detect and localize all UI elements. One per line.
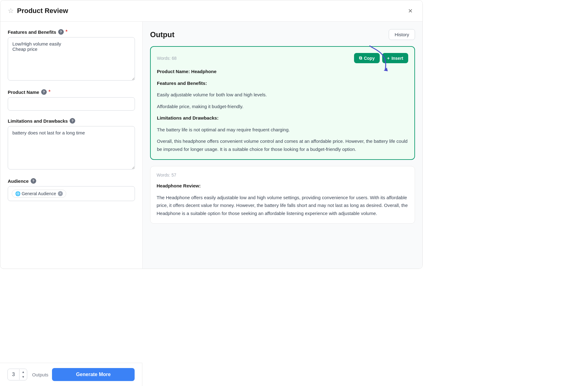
close-button[interactable]: × — [406, 6, 415, 16]
output-header: Output History — [150, 29, 415, 40]
features-required: * — [66, 29, 67, 35]
card-2-meta: Words: 57 — [157, 173, 409, 178]
limitations-label: Limitations and Drawbacks ? — [8, 118, 135, 124]
features-label: Features and Benefits ? * — [8, 29, 135, 35]
card-1-para-2: Features and Benefits: — [157, 79, 408, 87]
app-title: Product Review — [17, 7, 68, 15]
copy-icon: ⧉ — [359, 55, 362, 61]
product-name-field-group: Product Name ? * Headphone — [8, 89, 135, 111]
limitations-textarea[interactable] — [8, 126, 135, 169]
product-name-label: Product Name ? * — [8, 89, 135, 95]
left-panel: Features and Benefits ? * Product Name ?… — [0, 22, 143, 269]
card-1-para-4: Affordable price, making it budget-frien… — [157, 103, 408, 111]
card-2-para-2: The Headphone offers easily adjustable l… — [157, 194, 409, 217]
product-name-required: * — [49, 89, 50, 95]
audience-help-icon[interactable]: ? — [31, 178, 36, 184]
output-title: Output — [150, 30, 175, 39]
audience-label: Audience ? — [8, 178, 135, 184]
output-card-1: Words: 68 ⧉ Copy + Insert Product Name: … — [150, 46, 415, 160]
limitations-field-group: Limitations and Drawbacks ? — [8, 118, 135, 171]
features-help-icon[interactable]: ? — [58, 29, 64, 35]
features-textarea[interactable] — [8, 37, 135, 81]
card-1-content: Product Name: Headphone Features and Ben… — [157, 68, 408, 153]
card-1-para-7: Overall, this headphone offers convenien… — [157, 137, 408, 153]
features-field-group: Features and Benefits ? * — [8, 29, 135, 82]
main-layout: Features and Benefits ? * Product Name ?… — [0, 22, 422, 269]
product-name-help-icon[interactable]: ? — [41, 89, 47, 95]
card-1-para-1: Product Name: Headphone — [157, 68, 408, 76]
audience-field-group: Audience ? 🌐 General Audience × — [8, 178, 135, 201]
product-name-input[interactable]: Headphone — [8, 97, 135, 111]
star-icon: ☆ — [8, 7, 14, 15]
audience-tag-remove[interactable]: × — [58, 191, 63, 196]
card-1-meta: Words: 68 ⧉ Copy + Insert — [157, 53, 408, 63]
limitations-help-icon[interactable]: ? — [70, 118, 75, 124]
history-button[interactable]: History — [389, 29, 415, 40]
header-left: ☆ Product Review — [8, 7, 68, 15]
card-1-para-3: Easily adjustable volume for both low an… — [157, 91, 408, 99]
insert-button[interactable]: + Insert — [382, 53, 408, 63]
insert-icon: + — [387, 56, 390, 61]
card-1-para-6: The battery life is not optimal and may … — [157, 126, 408, 134]
card-2-para-1: Headphone Review: — [157, 182, 409, 190]
card-2-word-count: Words: 57 — [157, 173, 176, 178]
card-1-para-5: Limitations and Drawbacks: — [157, 114, 408, 122]
card-1-word-count: Words: 68 — [157, 56, 177, 61]
right-panel: Output History Words: 68 ⧉ Copy + — [143, 22, 422, 269]
card-2-content: Headphone Review: The Headphone offers e… — [157, 182, 409, 217]
output-card-2: Words: 57 Headphone Review: The Headphon… — [150, 166, 415, 224]
audience-tag-input[interactable]: 🌐 General Audience × — [8, 186, 135, 201]
audience-tag: 🌐 General Audience × — [12, 190, 66, 198]
card-1-actions: ⧉ Copy + Insert — [354, 53, 408, 63]
app-header: ☆ Product Review × — [0, 0, 422, 22]
copy-button[interactable]: ⧉ Copy — [354, 53, 380, 63]
